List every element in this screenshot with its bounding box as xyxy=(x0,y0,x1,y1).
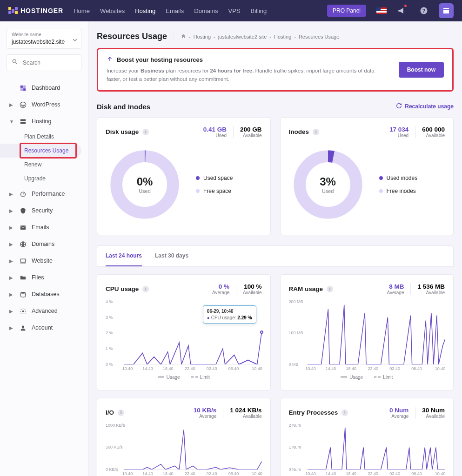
sidebar-sub-resources-usage[interactable]: Resources Usage xyxy=(0,144,81,158)
ram-chart: 200 MB 100 MB 0 MB 10:40 14:40 18:40 22:… xyxy=(289,302,445,364)
folder-icon xyxy=(19,273,27,282)
recalculate-button[interactable]: Recalculate usage xyxy=(396,103,454,110)
nav-domains[interactable]: Domains xyxy=(194,7,218,14)
svg-rect-4 xyxy=(23,85,26,87)
sidebar-item-files[interactable]: ▶ Files xyxy=(0,269,88,286)
brand-logo-mark xyxy=(8,7,18,14)
inodes-card: Inodesi 17 034Used 600 000Available 3%Us… xyxy=(280,117,454,235)
disk-avail-value: 200 GB xyxy=(240,126,262,133)
shield-icon xyxy=(19,206,27,215)
ram-usage-card: RAM usagei 8 MBAverage 1 536 MBAvailable… xyxy=(280,274,454,390)
disk-used-value: 0.41 GB xyxy=(203,126,227,133)
chevron-down-icon xyxy=(73,36,77,44)
app-switcher-icon[interactable] xyxy=(439,3,454,18)
arrow-up-icon xyxy=(107,56,113,64)
sidebar-item-domains[interactable]: ▶ Domains xyxy=(0,236,88,252)
time-range-tabs: Last 24 hours Last 30 days xyxy=(97,245,454,267)
boost-now-button[interactable]: Boost now xyxy=(399,62,444,78)
page-title: Resources Usage xyxy=(97,32,167,41)
database-icon xyxy=(19,290,27,298)
svg-point-2 xyxy=(13,60,16,63)
sidebar-item-security[interactable]: ▶ Security xyxy=(0,202,88,219)
nav-websites[interactable]: Websites xyxy=(100,7,125,14)
svg-rect-3 xyxy=(20,85,22,87)
gear-icon xyxy=(19,307,27,315)
sidebar-item-label: Dashboard xyxy=(32,85,60,91)
sidebar-item-website[interactable]: ▶ Website xyxy=(0,252,88,269)
nav-vps[interactable]: VPS xyxy=(228,7,241,14)
refresh-icon xyxy=(396,103,402,110)
dashboard-icon xyxy=(19,84,27,92)
sidebar-item-label: Hosting xyxy=(32,118,51,125)
tab-last-24h[interactable]: Last 24 hours xyxy=(106,246,142,266)
info-icon[interactable]: i xyxy=(118,410,124,416)
announcements-icon[interactable] xyxy=(394,3,409,18)
io-usage-card: I/Oi 10 KB/sAverage 1 024 KB/sAvailable … xyxy=(97,398,271,476)
inodes-avail-value: 600 000 xyxy=(422,126,445,133)
nav-emails[interactable]: Emails xyxy=(166,7,184,14)
boost-title: Boost your hosting resources xyxy=(117,56,203,63)
brand-logo[interactable]: HOSTINGER xyxy=(8,7,63,14)
info-icon[interactable]: i xyxy=(142,129,149,135)
sidebar-item-label: Files xyxy=(32,274,44,281)
help-icon[interactable]: ? xyxy=(416,3,431,18)
sidebar-item-wordpress[interactable]: ▶ WordPress xyxy=(0,96,88,113)
entry-processes-card: Entry Processesi 0 NumAverage 30 NumAvai… xyxy=(280,398,454,476)
website-selector-value: justatestwebsite2.site xyxy=(12,39,65,45)
svg-rect-9 xyxy=(20,122,25,124)
user-icon xyxy=(19,324,27,332)
sidebar-item-databases[interactable]: ▶ Databases xyxy=(0,286,88,303)
disk-usage-card: Disk usagei 0.41 GBUsed 200 GBAvailable … xyxy=(97,117,271,235)
home-icon[interactable] xyxy=(181,33,186,40)
info-icon[interactable]: i xyxy=(341,410,348,416)
info-icon[interactable]: i xyxy=(142,286,149,292)
sidebar-sub-upgrade[interactable]: Upgrade xyxy=(0,172,88,185)
sidebar-item-advanced[interactable]: ▶ Advanced xyxy=(0,303,88,319)
cpu-usage-card: CPU usagei 0 %Average 100 %Available 4 %… xyxy=(97,274,271,390)
io-chart: 1000 KB/s 500 KB/s 0 KB/s 10:40 14:40 18… xyxy=(106,425,262,469)
search-icon xyxy=(12,59,18,67)
notification-dot xyxy=(404,4,407,7)
sidebar: Website name justatestwebsite2.site Dash… xyxy=(0,21,88,476)
sidebar-item-label: Performance xyxy=(32,191,65,197)
sidebar-item-performance[interactable]: ▶ Performance xyxy=(0,185,88,202)
nav-home[interactable]: Home xyxy=(74,7,90,14)
sidebar-item-label: Databases xyxy=(32,291,60,298)
website-selector-label: Website name xyxy=(12,32,76,37)
sidebar-item-account[interactable]: ▶ Account xyxy=(0,319,88,336)
topbar-right: ? xyxy=(376,3,454,18)
sidebar-item-label: WordPress xyxy=(32,101,60,108)
sidebar-item-label: Account xyxy=(32,324,53,331)
boost-description: Increase your Business plan resources fo… xyxy=(107,66,390,84)
sidebar-sub-renew[interactable]: Renew xyxy=(0,158,88,172)
sidebar-search[interactable] xyxy=(7,54,81,71)
sidebar-sub-plan-details[interactable]: Plan Details xyxy=(0,130,88,144)
nav-hosting[interactable]: Hosting xyxy=(135,7,155,14)
search-input[interactable] xyxy=(22,59,94,66)
nav-billing[interactable]: Billing xyxy=(251,7,267,14)
inodes-donut-chart: 3%Used xyxy=(291,147,365,222)
section-title-disk: Disk and Inodes xyxy=(97,103,150,111)
pro-panel-button[interactable]: PRO Panel xyxy=(327,5,366,17)
svg-rect-11 xyxy=(20,225,25,230)
entry-processes-chart: 2 Num 1 Num 0 Num 10:40 14:40 18:40 22:4… xyxy=(289,425,445,469)
website-selector[interactable]: Website name justatestwebsite2.site xyxy=(7,29,81,49)
chart-point-marker xyxy=(260,331,263,334)
globe-icon xyxy=(19,240,27,248)
svg-text:?: ? xyxy=(422,8,425,13)
svg-rect-6 xyxy=(23,88,26,91)
svg-point-14 xyxy=(20,291,25,293)
info-icon[interactable]: i xyxy=(327,286,333,292)
svg-rect-13 xyxy=(20,259,25,262)
speed-icon xyxy=(19,190,27,198)
svg-point-16 xyxy=(22,325,24,328)
sidebar-item-dashboard[interactable]: Dashboard xyxy=(0,79,81,96)
sidebar-item-label: Security xyxy=(32,207,53,214)
locale-flag-icon[interactable] xyxy=(376,7,387,14)
topbar: HOSTINGER Home Websites Hosting Emails D… xyxy=(0,0,462,21)
sidebar-item-hosting[interactable]: ▼ Hosting xyxy=(0,113,88,130)
sidebar-item-emails[interactable]: ▶ Emails xyxy=(0,219,88,236)
sidebar-item-label: Advanced xyxy=(32,308,58,314)
info-icon[interactable]: i xyxy=(313,129,319,135)
tab-last-30d[interactable]: Last 30 days xyxy=(155,246,188,266)
